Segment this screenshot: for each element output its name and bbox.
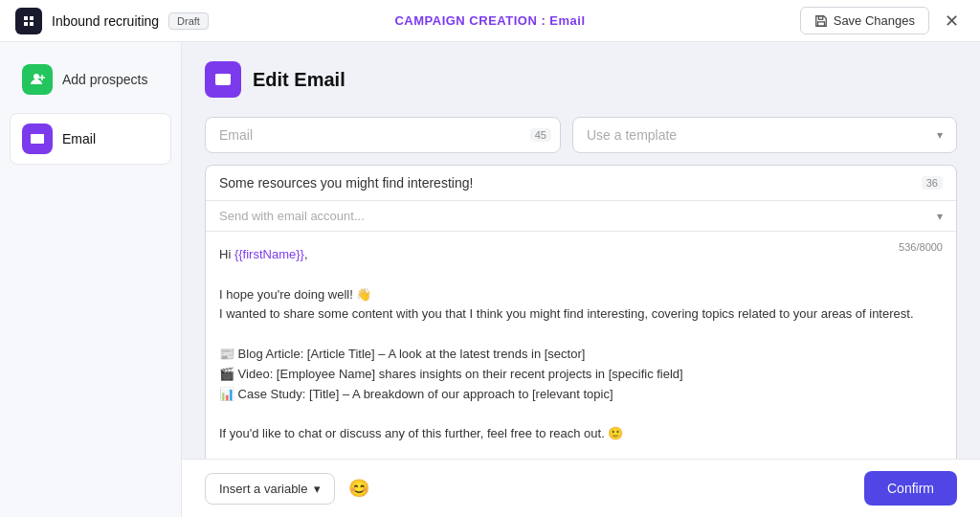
- template-select[interactable]: Use a template ▾: [572, 117, 957, 153]
- chevron-down-icon: ▾: [314, 482, 321, 496]
- confirm-button[interactable]: Confirm: [864, 471, 957, 506]
- edit-email-icon: [205, 61, 241, 98]
- email-input-wrapper: 45: [205, 117, 561, 153]
- top-bar-right: Save Changes ✕: [800, 7, 965, 34]
- top-bar: Inbound recruiting Draft CAMPAIGN CREATI…: [0, 0, 980, 42]
- sidebar-item-add-prospects[interactable]: Add prospects: [10, 54, 171, 105]
- email-subject-input[interactable]: [205, 117, 561, 153]
- email-subject-row: 45 Use a template ▾: [205, 117, 957, 153]
- sidebar-item-email[interactable]: Email: [10, 113, 171, 165]
- bottom-bar: Insert a variable ▾ 😊 Confirm: [182, 459, 980, 517]
- subject-char-count: 36: [922, 176, 943, 190]
- main-content: Edit Email 45 Use a template ▾ Some reso…: [182, 42, 980, 517]
- bottom-bar-left: Insert a variable ▾ 😊: [205, 473, 373, 505]
- from-placeholder: Send with email account...: [219, 209, 365, 223]
- add-prospects-icon: [22, 64, 53, 95]
- template-placeholder: Use a template: [587, 127, 677, 143]
- sidebar: Add prospects Email: [0, 42, 182, 517]
- firstname-var: {{firstName}}: [234, 247, 304, 261]
- email-icon: [22, 124, 53, 154]
- close-button[interactable]: ✕: [939, 9, 965, 34]
- compose-from-row[interactable]: Send with email account... ▾: [206, 201, 956, 232]
- app-logo: [15, 8, 42, 34]
- draft-badge: Draft: [168, 12, 209, 30]
- sidebar-email-label: Email: [62, 131, 96, 146]
- page-header: Edit Email: [205, 61, 957, 98]
- app-name: Inbound recruiting: [52, 13, 159, 29]
- campaign-label: CAMPAIGN CREATION : Email: [394, 13, 585, 28]
- chevron-down-icon: ▾: [937, 210, 943, 223]
- top-bar-left: Inbound recruiting Draft: [15, 8, 209, 34]
- chevron-down-icon: ▾: [937, 128, 943, 142]
- save-changes-button[interactable]: Save Changes: [800, 7, 929, 34]
- svg-point-2: [33, 74, 39, 79]
- email-char-count: 45: [530, 128, 551, 142]
- main-layout: Add prospects Email Edit Email 45 Use a …: [0, 42, 980, 517]
- emoji-button[interactable]: 😊: [345, 474, 373, 503]
- insert-variable-button[interactable]: Insert a variable ▾: [205, 473, 335, 505]
- sidebar-add-prospects-label: Add prospects: [62, 72, 148, 87]
- subject-text: Some resources you might find interestin…: [219, 175, 914, 191]
- compose-subject-row: Some resources you might find interestin…: [206, 166, 956, 201]
- svg-rect-0: [817, 21, 824, 25]
- page-title: Edit Email: [253, 69, 345, 91]
- svg-rect-1: [818, 15, 822, 19]
- body-char-counter: 536/8000: [899, 241, 943, 253]
